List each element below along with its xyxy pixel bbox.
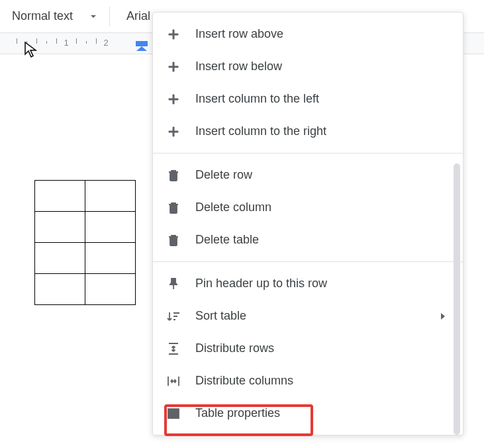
plus-icon [166,27,181,42]
plus-icon [166,124,181,139]
document-table[interactable] [34,180,136,305]
table-cell[interactable] [35,243,85,274]
trash-icon [166,168,181,183]
table-row [35,212,136,243]
distribute-vertical-icon [166,341,181,356]
table-icon [166,406,181,421]
cursor-icon [24,41,38,58]
menu-label: Insert column to the left [195,92,319,106]
chevron-right-icon [440,312,446,321]
menu-label: Delete row [195,168,252,182]
ruler-mark: 1 [64,38,68,48]
svg-rect-0 [168,409,179,418]
sort-table-item[interactable]: Sort table [153,300,463,332]
pin-header-item[interactable]: Pin header up to this row [153,267,463,300]
table-cell[interactable] [85,274,136,305]
table-cell[interactable] [35,274,85,305]
sort-icon [166,309,181,324]
table-cell[interactable] [85,212,136,243]
scrollbar[interactable] [454,163,460,435]
table-context-menu: Insert row above Insert row below Insert… [152,12,463,435]
distribute-horizontal-icon [166,374,181,388]
menu-divider [153,153,463,154]
table-cell[interactable] [85,243,136,274]
trash-icon [166,233,181,247]
ruler-mark: 2 [103,38,108,48]
delete-row-item[interactable]: Delete row [153,159,463,191]
toolbar-divider [109,7,110,26]
indent-marker-icon[interactable] [136,41,149,52]
menu-label: Sort table [195,309,246,323]
chevron-down-icon [89,13,97,21]
font-label: Arial [126,9,150,22]
table-cell[interactable] [35,181,85,212]
pin-icon [166,277,181,291]
table-properties-item[interactable]: Table properties [153,397,463,429]
delete-column-item[interactable]: Delete column [153,191,463,224]
plus-icon [166,60,181,74]
table-cell[interactable] [35,212,85,243]
table-row [35,274,136,305]
text-style-selector[interactable]: Normal text [7,9,103,23]
insert-row-above-item[interactable]: Insert row above [153,18,463,50]
menu-divider [153,261,463,262]
menu-label: Insert column to the right [195,124,326,138]
menu-label: Delete table [195,233,259,247]
distribute-rows-item[interactable]: Distribute rows [153,332,463,365]
delete-table-item[interactable]: Delete table [153,224,463,256]
menu-label: Table properties [195,406,280,420]
menu-label: Pin header up to this row [195,277,327,291]
style-label: Normal text [12,9,73,23]
table-row [35,181,136,212]
menu-label: Distribute columns [195,374,293,388]
table-cell[interactable] [85,181,136,212]
trash-icon [166,201,181,215]
menu-label: Distribute rows [195,341,274,355]
plus-icon [166,92,181,107]
insert-column-right-item[interactable]: Insert column to the right [153,115,463,148]
insert-column-left-item[interactable]: Insert column to the left [153,83,463,115]
menu-label: Insert row above [195,27,283,41]
menu-label: Insert row below [195,60,282,73]
menu-label: Delete column [195,201,271,214]
table-row [35,243,136,274]
distribute-columns-item[interactable]: Distribute columns [153,365,463,397]
insert-row-below-item[interactable]: Insert row below [153,50,463,83]
